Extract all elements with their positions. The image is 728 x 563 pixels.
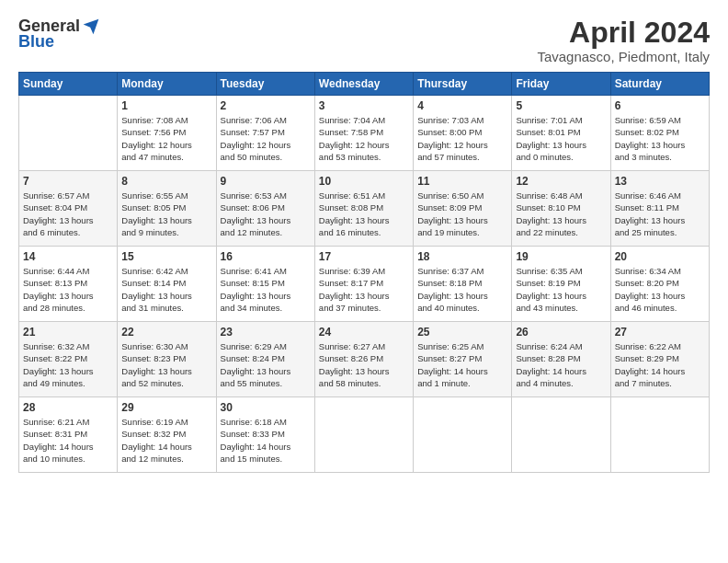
calendar-cell: 24Sunrise: 6:27 AM Sunset: 8:26 PM Dayli…	[314, 322, 413, 397]
day-info: Sunrise: 6:51 AM Sunset: 8:08 PM Dayligh…	[319, 190, 409, 238]
week-row-3: 14Sunrise: 6:44 AM Sunset: 8:13 PM Dayli…	[19, 247, 710, 322]
header: General Blue April 2024 Tavagnasco, Pied…	[18, 17, 710, 64]
week-row-2: 7Sunrise: 6:57 AM Sunset: 8:04 PM Daylig…	[19, 171, 710, 247]
week-row-1: 1Sunrise: 7:08 AM Sunset: 7:56 PM Daylig…	[19, 96, 710, 171]
day-number: 1	[121, 99, 211, 112]
day-number: 23	[221, 326, 311, 339]
calendar-cell: 27Sunrise: 6:22 AM Sunset: 8:29 PM Dayli…	[610, 322, 709, 397]
day-info: Sunrise: 6:30 AM Sunset: 8:23 PM Dayligh…	[121, 340, 211, 389]
day-number: 20	[615, 250, 705, 263]
month-title: April 2024	[537, 17, 710, 49]
calendar-cell	[19, 96, 118, 171]
day-info: Sunrise: 7:08 AM Sunset: 7:56 PM Dayligh…	[121, 114, 211, 163]
day-info: Sunrise: 7:04 AM Sunset: 7:58 PM Dayligh…	[319, 114, 409, 163]
calendar-cell: 28Sunrise: 6:21 AM Sunset: 8:31 PM Dayli…	[19, 397, 118, 473]
calendar-cell: 18Sunrise: 6:37 AM Sunset: 8:18 PM Dayli…	[414, 247, 512, 322]
col-header-monday: Monday	[118, 73, 216, 96]
day-info: Sunrise: 6:35 AM Sunset: 8:19 PM Dayligh…	[516, 265, 606, 314]
day-number: 29	[121, 401, 211, 414]
page-container: General Blue April 2024 Tavagnasco, Pied…	[0, 0, 728, 482]
calendar-cell: 15Sunrise: 6:42 AM Sunset: 8:14 PM Dayli…	[118, 247, 216, 322]
calendar-cell: 8Sunrise: 6:55 AM Sunset: 8:05 PM Daylig…	[118, 171, 216, 247]
day-info: Sunrise: 6:19 AM Sunset: 8:32 PM Dayligh…	[121, 416, 211, 465]
day-number: 7	[23, 175, 113, 188]
calendar-cell: 12Sunrise: 6:48 AM Sunset: 8:10 PM Dayli…	[512, 171, 610, 247]
day-info: Sunrise: 7:03 AM Sunset: 8:00 PM Dayligh…	[417, 114, 507, 163]
col-header-thursday: Thursday	[414, 73, 512, 96]
day-number: 19	[516, 250, 606, 263]
col-header-wednesday: Wednesday	[314, 73, 413, 96]
calendar-cell: 17Sunrise: 6:39 AM Sunset: 8:17 PM Dayli…	[314, 247, 413, 322]
day-info: Sunrise: 6:18 AM Sunset: 8:33 PM Dayligh…	[221, 416, 311, 465]
calendar-cell	[610, 397, 709, 473]
day-info: Sunrise: 6:21 AM Sunset: 8:31 PM Dayligh…	[23, 416, 113, 465]
col-header-sunday: Sunday	[19, 73, 118, 96]
calendar-cell: 16Sunrise: 6:41 AM Sunset: 8:15 PM Dayli…	[216, 247, 314, 322]
day-number: 2	[221, 99, 311, 112]
calendar-table: SundayMondayTuesdayWednesdayThursdayFrid…	[18, 72, 710, 473]
calendar-cell: 23Sunrise: 6:29 AM Sunset: 8:24 PM Dayli…	[216, 322, 314, 397]
day-number: 10	[319, 175, 409, 188]
day-number: 26	[516, 326, 606, 339]
col-header-tuesday: Tuesday	[216, 73, 314, 96]
day-info: Sunrise: 6:59 AM Sunset: 8:02 PM Dayligh…	[615, 114, 705, 163]
calendar-cell: 9Sunrise: 6:53 AM Sunset: 8:06 PM Daylig…	[216, 171, 314, 247]
day-number: 8	[121, 175, 211, 188]
day-number: 27	[615, 326, 705, 339]
calendar-cell: 26Sunrise: 6:24 AM Sunset: 8:28 PM Dayli…	[512, 322, 610, 397]
day-number: 18	[417, 250, 507, 263]
day-number: 3	[319, 99, 409, 112]
day-number: 13	[615, 175, 705, 188]
calendar-cell: 5Sunrise: 7:01 AM Sunset: 8:01 PM Daylig…	[512, 96, 610, 171]
day-number: 5	[516, 99, 606, 112]
col-header-friday: Friday	[512, 73, 610, 96]
day-info: Sunrise: 7:01 AM Sunset: 8:01 PM Dayligh…	[516, 114, 606, 163]
calendar-cell: 14Sunrise: 6:44 AM Sunset: 8:13 PM Dayli…	[19, 247, 118, 322]
day-number: 15	[121, 250, 211, 263]
day-info: Sunrise: 6:44 AM Sunset: 8:13 PM Dayligh…	[23, 265, 113, 314]
calendar-cell: 20Sunrise: 6:34 AM Sunset: 8:20 PM Dayli…	[610, 247, 709, 322]
day-number: 16	[221, 250, 311, 263]
day-number: 24	[319, 326, 409, 339]
calendar-cell: 13Sunrise: 6:46 AM Sunset: 8:11 PM Dayli…	[610, 171, 709, 247]
header-row: SundayMondayTuesdayWednesdayThursdayFrid…	[19, 73, 710, 96]
day-info: Sunrise: 6:42 AM Sunset: 8:14 PM Dayligh…	[121, 265, 211, 314]
day-number: 4	[417, 99, 507, 112]
calendar-cell: 21Sunrise: 6:32 AM Sunset: 8:22 PM Dayli…	[19, 322, 118, 397]
calendar-cell	[512, 397, 610, 473]
day-info: Sunrise: 6:41 AM Sunset: 8:15 PM Dayligh…	[221, 265, 311, 314]
calendar-cell: 6Sunrise: 6:59 AM Sunset: 8:02 PM Daylig…	[610, 96, 709, 171]
title-block: April 2024 Tavagnasco, Piedmont, Italy	[537, 17, 710, 64]
logo: General Blue	[18, 17, 100, 52]
calendar-cell: 1Sunrise: 7:08 AM Sunset: 7:56 PM Daylig…	[118, 96, 216, 171]
day-number: 17	[319, 250, 409, 263]
logo-bird-icon	[82, 17, 100, 36]
day-info: Sunrise: 6:50 AM Sunset: 8:09 PM Dayligh…	[417, 190, 507, 238]
day-info: Sunrise: 6:53 AM Sunset: 8:06 PM Dayligh…	[221, 190, 311, 238]
day-number: 28	[23, 401, 113, 414]
day-info: Sunrise: 6:46 AM Sunset: 8:11 PM Dayligh…	[615, 190, 705, 238]
day-info: Sunrise: 6:34 AM Sunset: 8:20 PM Dayligh…	[615, 265, 705, 314]
day-number: 22	[121, 326, 211, 339]
day-info: Sunrise: 6:55 AM Sunset: 8:05 PM Dayligh…	[121, 190, 211, 238]
col-header-saturday: Saturday	[610, 73, 709, 96]
calendar-cell: 3Sunrise: 7:04 AM Sunset: 7:58 PM Daylig…	[314, 96, 413, 171]
location: Tavagnasco, Piedmont, Italy	[537, 49, 710, 64]
day-info: Sunrise: 6:22 AM Sunset: 8:29 PM Dayligh…	[615, 340, 705, 389]
week-row-4: 21Sunrise: 6:32 AM Sunset: 8:22 PM Dayli…	[19, 322, 710, 397]
calendar-cell	[314, 397, 413, 473]
calendar-cell: 10Sunrise: 6:51 AM Sunset: 8:08 PM Dayli…	[314, 171, 413, 247]
day-info: Sunrise: 6:39 AM Sunset: 8:17 PM Dayligh…	[319, 265, 409, 314]
calendar-cell: 22Sunrise: 6:30 AM Sunset: 8:23 PM Dayli…	[118, 322, 216, 397]
calendar-cell: 2Sunrise: 7:06 AM Sunset: 7:57 PM Daylig…	[216, 96, 314, 171]
day-info: Sunrise: 6:27 AM Sunset: 8:26 PM Dayligh…	[319, 340, 409, 389]
calendar-cell: 7Sunrise: 6:57 AM Sunset: 8:04 PM Daylig…	[19, 171, 118, 247]
calendar-cell: 30Sunrise: 6:18 AM Sunset: 8:33 PM Dayli…	[216, 397, 314, 473]
day-number: 30	[221, 401, 311, 414]
day-info: Sunrise: 6:48 AM Sunset: 8:10 PM Dayligh…	[516, 190, 606, 238]
day-number: 12	[516, 175, 606, 188]
day-info: Sunrise: 6:57 AM Sunset: 8:04 PM Dayligh…	[23, 190, 113, 238]
day-number: 6	[615, 99, 705, 112]
day-info: Sunrise: 6:37 AM Sunset: 8:18 PM Dayligh…	[417, 265, 507, 314]
calendar-cell: 25Sunrise: 6:25 AM Sunset: 8:27 PM Dayli…	[414, 322, 512, 397]
